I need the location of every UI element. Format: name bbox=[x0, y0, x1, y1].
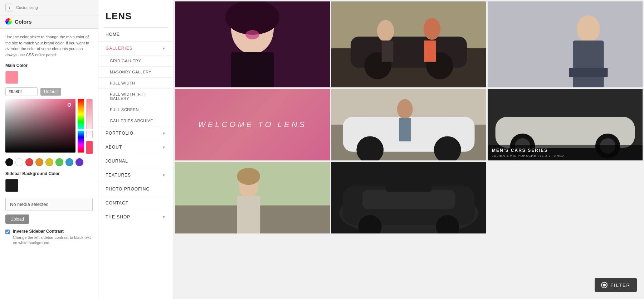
svg-rect-25 bbox=[399, 118, 410, 141]
photo-grid: WELCOME TO LENS bbox=[174, 0, 644, 299]
sidebar-bg-row bbox=[5, 179, 93, 192]
color-swatch-row bbox=[5, 71, 93, 84]
nav-home[interactable]: HOME bbox=[98, 28, 173, 42]
photo-cell-5[interactable] bbox=[175, 162, 330, 233]
panel-title-row: Colors bbox=[0, 15, 98, 29]
palette-black[interactable] bbox=[5, 158, 13, 166]
svg-rect-43 bbox=[386, 178, 432, 192]
svg-point-4 bbox=[245, 30, 259, 39]
upload-button[interactable]: Upload bbox=[5, 214, 29, 224]
svg-rect-15 bbox=[488, 1, 643, 87]
portfolio-arrow: ▼ bbox=[162, 131, 166, 135]
palette-green[interactable] bbox=[55, 158, 63, 166]
svg-point-36 bbox=[237, 168, 260, 185]
hex-input[interactable] bbox=[5, 87, 38, 96]
welcome-text: WELCOME TO LENS bbox=[198, 120, 307, 129]
main-color-swatch[interactable] bbox=[5, 71, 18, 84]
svg-point-16 bbox=[577, 15, 600, 43]
palette-blue[interactable] bbox=[65, 158, 73, 166]
nav-contact-label: CONTACT bbox=[106, 201, 128, 206]
filter-icon bbox=[601, 282, 608, 288]
nav-journal-label: JOURNAL bbox=[106, 159, 128, 164]
site-title: LENS bbox=[98, 4, 173, 27]
alpha-handle bbox=[86, 129, 93, 131]
main-content: LENS HOME GALLERIES ▼ GRID GALLERY MASON… bbox=[98, 0, 644, 299]
shop-arrow: ▼ bbox=[162, 215, 166, 219]
palette-purple[interactable] bbox=[75, 158, 83, 166]
main-color-label: Main Color bbox=[5, 63, 93, 68]
photo-cell-mens-cars[interactable]: MEN'S CARS SERIES JULIEN & HIS PORSCHE 9… bbox=[488, 89, 643, 160]
colors-icon bbox=[5, 18, 12, 25]
svg-rect-35 bbox=[237, 196, 260, 233]
nav-galleries[interactable]: GALLERIES ▼ bbox=[98, 42, 173, 56]
nav-about-label: ABOUT bbox=[106, 145, 122, 150]
nav-photo-proofing[interactable]: PHOTO PROOFING bbox=[98, 182, 173, 196]
checkbox-desc: Change the left sidebar contrast to blac… bbox=[13, 235, 93, 246]
nav-journal[interactable]: JOURNAL bbox=[98, 154, 173, 168]
mens-cars-title: MEN'S CARS SERIES bbox=[492, 148, 638, 153]
nav-contact[interactable]: CONTACT bbox=[98, 196, 173, 210]
panel-body: Use the color picker to change the main … bbox=[0, 29, 98, 299]
nav-about[interactable]: ABOUT ▼ bbox=[98, 140, 173, 154]
inverse-sidebar-checkbox[interactable] bbox=[5, 230, 10, 234]
alpha-col bbox=[86, 99, 93, 154]
checkbox-label: Inverse Sidebar Contrast bbox=[13, 229, 93, 234]
svg-point-10 bbox=[377, 20, 394, 42]
svg-point-24 bbox=[397, 99, 413, 119]
filter-label: FILTER bbox=[610, 283, 630, 288]
palette-orange[interactable] bbox=[35, 158, 43, 166]
filter-button[interactable]: FILTER bbox=[595, 278, 637, 292]
photo-cell-welcome[interactable]: WELCOME TO LENS bbox=[175, 89, 330, 160]
photo-cell-2[interactable] bbox=[331, 1, 486, 87]
sidebar-bg-swatch[interactable] bbox=[5, 179, 18, 192]
hue-handle bbox=[77, 129, 85, 131]
nav-portfolio[interactable]: PORTFOLIO ▼ bbox=[98, 126, 173, 140]
nav-photo-proofing-label: PHOTO PROOFING bbox=[106, 187, 150, 192]
about-arrow: ▼ bbox=[162, 145, 166, 149]
svg-point-2 bbox=[225, 1, 280, 35]
nav-the-shop-label: THE SHOP bbox=[106, 214, 130, 220]
nav-sub-fullwidthfit[interactable]: FULL WIDTH (FIT) GALLERY bbox=[98, 89, 173, 104]
palette-red[interactable] bbox=[25, 158, 33, 166]
color-gradient[interactable] bbox=[5, 99, 75, 153]
color-picker-container bbox=[5, 99, 93, 154]
nav-sub-fullscreen[interactable]: FULL SCREEN bbox=[98, 104, 173, 115]
hue-strip[interactable] bbox=[78, 99, 84, 153]
nav-sub-archive[interactable]: GALLERIES ARCHIVE bbox=[98, 115, 173, 126]
nav-sub-masonry[interactable]: MASONRY GALLERY bbox=[98, 67, 173, 78]
svg-rect-12 bbox=[382, 40, 393, 62]
photo-cell-4[interactable] bbox=[331, 89, 486, 160]
galleries-arrow: ▼ bbox=[162, 47, 166, 50]
left-panel: ‹ Customizing Colors Use the color picke… bbox=[0, 0, 98, 299]
description-text: Use the color picker to change the main … bbox=[5, 34, 93, 58]
svg-rect-13 bbox=[424, 40, 436, 62]
palette-yellow[interactable] bbox=[45, 158, 53, 166]
no-media-box: No media selected bbox=[5, 198, 93, 211]
photo-cell-1[interactable] bbox=[175, 1, 330, 87]
checkbox-row: Inverse Sidebar Contrast Change the left… bbox=[5, 229, 93, 246]
side-strips bbox=[78, 99, 84, 153]
default-button[interactable]: Default bbox=[40, 88, 61, 96]
nav-portfolio-label: PORTFOLIO bbox=[106, 131, 133, 136]
nav-features[interactable]: FEATURES ▼ bbox=[98, 168, 173, 182]
nav-the-shop[interactable]: THE SHOP ▼ bbox=[98, 210, 173, 224]
nav-sub-fullwidth[interactable]: FULL WIDTH bbox=[98, 78, 173, 89]
photo-cell-3[interactable] bbox=[488, 1, 643, 87]
colors-title: Colors bbox=[15, 19, 32, 25]
no-media-wrapper: No media selected bbox=[5, 198, 93, 211]
svg-point-11 bbox=[424, 18, 441, 40]
back-button[interactable]: ‹ bbox=[5, 4, 13, 11]
alpha-swatch bbox=[86, 141, 93, 154]
photo-cell-6[interactable] bbox=[331, 162, 486, 233]
svg-rect-18 bbox=[569, 68, 608, 77]
alpha-strip[interactable] bbox=[86, 99, 93, 138]
nav-sub-grid[interactable]: GRID GALLERY bbox=[98, 56, 173, 67]
mens-cars-subtitle: JULIEN & HIS PORSCHE 911 2.7 TARGA bbox=[492, 154, 638, 158]
hex-default-row: Default bbox=[5, 87, 93, 96]
nav-panel: LENS HOME GALLERIES ▼ GRID GALLERY MASON… bbox=[98, 0, 174, 299]
mens-cars-overlay: MEN'S CARS SERIES JULIEN & HIS PORSCHE 9… bbox=[488, 145, 643, 160]
welcome-overlay: WELCOME TO LENS bbox=[175, 89, 330, 160]
svg-rect-17 bbox=[573, 40, 604, 87]
checkbox-text: Inverse Sidebar Contrast Change the left… bbox=[13, 229, 93, 246]
palette-white[interactable] bbox=[15, 158, 23, 166]
